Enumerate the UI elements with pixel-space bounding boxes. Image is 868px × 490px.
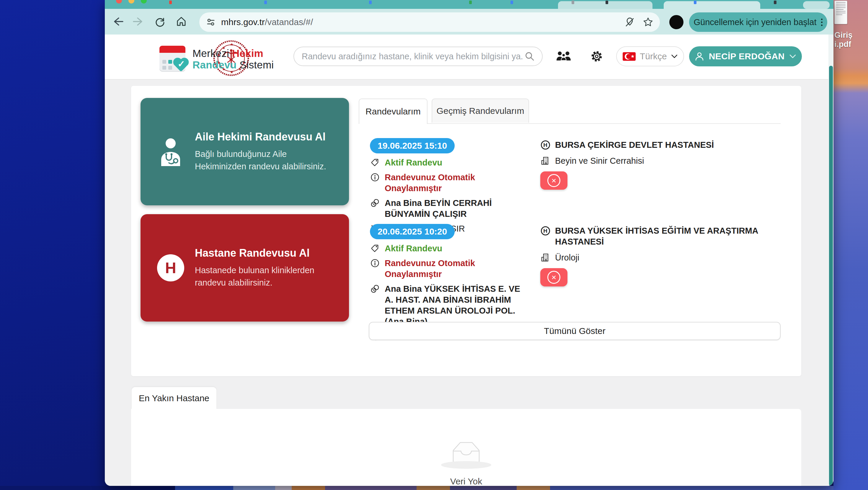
browser-profile-avatar[interactable]: [669, 15, 683, 29]
appointment-status-row: Aktif Randevu: [370, 157, 526, 168]
card-title: Hastane Randevusu Al: [195, 247, 337, 259]
hospital-circle-h-icon: H: [540, 140, 550, 150]
hospital-row: H BURSA ÇEKİRGE DEVLET HASTANESİ: [540, 139, 788, 151]
hospital-circle-h-icon: H: [540, 226, 550, 235]
restart-to-update-button[interactable]: Güncellemek için yeniden başlat: [689, 12, 827, 32]
tab-favicon: [694, 1, 696, 4]
user-icon: [695, 52, 704, 61]
search-box[interactable]: [293, 46, 542, 66]
language-selector[interactable]: ★ Türkçe: [616, 46, 684, 66]
appointment-hospital-column: H BURSA YÜKSEK İHTİSAS EĞİTİM VE ARAŞTIR…: [540, 225, 788, 287]
back-button[interactable]: [109, 13, 126, 30]
show-all-button[interactable]: Tümünü Göster: [369, 322, 781, 340]
pdf-file-label: Giriş i.pdf: [834, 31, 868, 49]
tab-favicon: [606, 1, 608, 4]
browser-window: mhrs.gov.tr/vatandas/#/ Güncellemek için…: [105, 0, 833, 486]
family-physician-appointment-card[interactable]: Aile Hekimi Randevusu Al Bağlı bulunduğu…: [141, 98, 349, 205]
home-button[interactable]: [173, 13, 190, 30]
doctor-icon: [157, 137, 184, 167]
user-name-label: NECİP ERDOĞAN: [709, 51, 785, 61]
cancel-appointment-button[interactable]: ✕: [540, 171, 567, 190]
card-title: Aile Hekimi Randevusu Al: [195, 131, 337, 143]
macos-zoom-button[interactable]: [141, 0, 147, 4]
appointment-datetime-badge: 19.06.2025 15:10: [370, 138, 455, 154]
appointment-datetime-badge: 20.06.2025 10:20: [370, 224, 455, 239]
browser-tab-strip[interactable]: [105, 0, 833, 9]
hospital-row: H BURSA YÜKSEK İHTİSAS EĞİTİM VE ARAŞTIR…: [540, 225, 788, 247]
card-description: Bağlı bulunduğunuz Aile Hekiminizden ran…: [195, 148, 337, 172]
tag-icon: [370, 244, 380, 253]
user-menu-button[interactable]: NECİP ERDOĞAN: [689, 46, 802, 66]
hospital-appointment-card[interactable]: H Hastane Randevusu Al Hastanede bulunan…: [141, 214, 349, 322]
tab-appointments[interactable]: Randevularım: [359, 99, 428, 124]
mhrs-logo-text: Merkezi Hekim Randevu Sistemi: [192, 47, 274, 70]
macos-close-button[interactable]: [116, 0, 122, 4]
scrollbar-thumb[interactable]: [829, 66, 833, 486]
page-content: ★★★ ★★★ ★★★★: [105, 34, 829, 486]
tab-past-appointments[interactable]: Geçmiş Randevularım: [432, 99, 529, 123]
macos-minimize-button[interactable]: [128, 0, 134, 4]
appointment-approval-row: Randevunuz Otomatik Onaylanmıştır: [370, 172, 526, 194]
reload-button[interactable]: [151, 13, 168, 30]
cancel-x-icon: ✕: [547, 174, 560, 187]
site-header: ★★★ ★★★ ★★★★: [105, 34, 829, 80]
settings-gear-icon[interactable]: [588, 48, 605, 65]
appointments-panel: Aile Hekimi Randevusu Al Bağlı bulunduğu…: [131, 86, 801, 376]
tab-favicon: [169, 1, 172, 4]
forward-button[interactable]: [130, 13, 147, 30]
tab-favicon: [264, 1, 267, 4]
browser-menu-icon[interactable]: [821, 19, 823, 26]
tab-favicon: [469, 1, 472, 4]
hospital-h-icon: H: [157, 254, 184, 282]
language-label: Türkçe: [640, 51, 667, 61]
search-icon[interactable]: [524, 51, 535, 62]
url-bar[interactable]: mhrs.gov.tr/vatandas/#/: [199, 12, 660, 32]
appointments-tab-bar: Randevularım Geçmiş Randevularım: [359, 99, 781, 124]
info-icon: [370, 259, 380, 268]
tab-favicon: [510, 1, 513, 4]
pin-off-icon[interactable]: [624, 17, 635, 27]
empty-state: Veri Yok: [131, 409, 801, 486]
bookmark-star-icon[interactable]: [643, 17, 653, 27]
nearest-hospital-panel: Veri Yok: [131, 409, 801, 486]
restart-button-label: Güncellemek için yeniden başlat: [694, 18, 817, 27]
tab-favicon: [774, 1, 776, 4]
appointment-hospital-column: H BURSA ÇEKİRGE DEVLET HASTANESİ Beyin v…: [540, 139, 788, 190]
page-scrollbar[interactable]: [829, 34, 833, 486]
family-members-icon[interactable]: [555, 48, 572, 65]
site-info-icon[interactable]: [206, 17, 216, 27]
clinic-icon: [370, 284, 380, 293]
appointment-clinic-row: Ana Bina YÜKSEK İHTİSAS E. VE A. HAST. A…: [370, 284, 526, 327]
url-text: mhrs.gov.tr/vatandas/#/: [221, 17, 313, 27]
desktop-pdf-file[interactable]: Giriş i.pdf: [834, 1, 868, 49]
building-icon: [540, 253, 550, 262]
svg-text:★: ★: [230, 42, 234, 46]
tag-icon: [370, 158, 380, 167]
appointment-status-row: Aktif Randevu: [370, 243, 526, 254]
department-row: Üroloji: [540, 252, 788, 263]
mhrs-logo-icon: ✓: [159, 46, 190, 72]
cancel-appointment-button[interactable]: ✕: [540, 268, 567, 287]
search-input[interactable]: [301, 51, 524, 62]
chevron-down-icon: [789, 54, 796, 59]
card-description: Hastanede bulunan kliniklerden randevu a…: [195, 264, 337, 289]
building-icon: [540, 156, 550, 165]
chevron-down-icon: [671, 54, 678, 59]
desktop-wallpaper-right: [833, 0, 868, 490]
clinic-icon: [370, 199, 380, 207]
tab-nearest-hospital[interactable]: En Yakın Hastane: [132, 387, 216, 410]
browser-tab-active[interactable]: [664, 1, 760, 9]
tab-favicon: [571, 1, 574, 4]
empty-tray-shadow: [441, 461, 491, 469]
turkish-flag-icon: ★: [623, 52, 636, 61]
appointment-clinic-row: Ana Bina BEYİN CERRAHİ BÜNYAMİN ÇALIŞIR: [370, 198, 526, 220]
cancel-x-icon: ✕: [547, 271, 560, 284]
desktop-wallpaper-bottom: [0, 486, 833, 490]
appointment-approval-row: Randevunuz Otomatik Onaylanmıştır: [370, 258, 526, 280]
new-tab-button[interactable]: [803, 1, 830, 9]
appointment-item: 19.06.2025 15:10 Aktif Randevu Randevunu…: [370, 138, 526, 234]
desktop: Giriş i.pdf: [0, 0, 868, 490]
browser-toolbar: mhrs.gov.tr/vatandas/#/ Güncellemek için…: [105, 9, 833, 34]
svg-text:★: ★: [230, 70, 234, 74]
empty-state-text: Veri Yok: [450, 477, 482, 486]
